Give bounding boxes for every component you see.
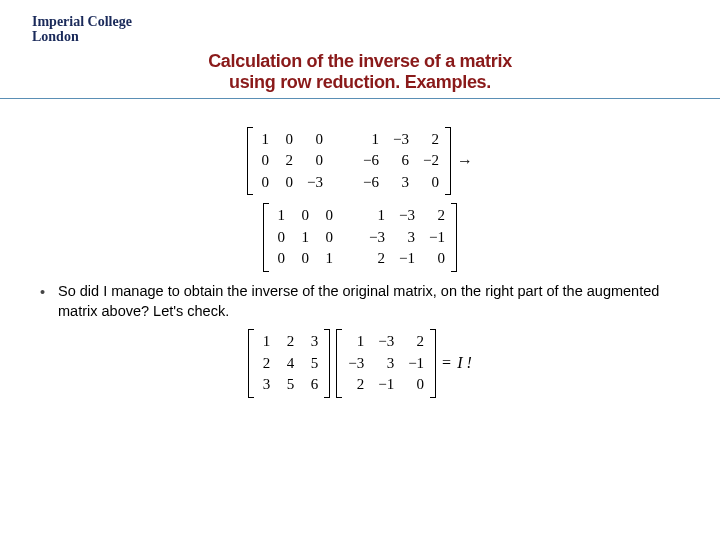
bullet-item: • So did I manage to obtain the inverse … (40, 282, 680, 321)
logo-line-1: Imperial College (32, 14, 720, 29)
matrix-left-block: 100 010 001 (269, 203, 339, 272)
page-title: Calculation of the inverse of a matrix u… (0, 51, 720, 94)
matrix-A: 123 245 356 (248, 329, 330, 398)
logo-line-2: London (32, 29, 720, 44)
bracket-right (445, 127, 451, 196)
equals-sign: = (442, 354, 451, 372)
matrix-A-cols: 123 245 356 (254, 329, 324, 398)
matrix-step-2: 100 010 001 1−32 −33−1 2−10 (40, 203, 680, 272)
identity-result: I ! (457, 354, 472, 372)
matrix-right-block: 1−6−6 −363 2−20 (357, 127, 445, 196)
augmented-matrix-1: 100 020 00−3 1−6−6 −363 2−20 (247, 127, 451, 196)
bracket-right (451, 203, 457, 272)
bullet-marker: • (40, 282, 58, 302)
matrix-left-block: 100 020 00−3 (253, 127, 329, 196)
title-line-2: using row reduction. Examples. (0, 72, 720, 94)
matrix-product-check: 123 245 356 1−32 −33−1 2−10 = I ! (40, 329, 680, 398)
matrix-gap (339, 203, 363, 272)
bracket-right (430, 329, 436, 398)
logo: Imperial College London (32, 14, 720, 45)
title-line-1: Calculation of the inverse of a matrix (0, 51, 720, 73)
matrix-gap (329, 127, 357, 196)
matrix-right-block: 1−32 −33−1 2−10 (363, 203, 451, 272)
matrix-step-1: 100 020 00−3 1−6−6 −363 2−20 → (40, 127, 680, 196)
matrix-B-cols: 1−32 −33−1 2−10 (342, 329, 430, 398)
matrix-B: 1−32 −33−1 2−10 (336, 329, 436, 398)
augmented-matrix-2: 100 010 001 1−32 −33−1 2−10 (263, 203, 457, 272)
content: 100 020 00−3 1−6−6 −363 2−20 → 100 010 0… (0, 99, 720, 398)
arrow-icon: → (457, 152, 473, 170)
bullet-text: So did I manage to obtain the inverse of… (58, 282, 680, 321)
header: Imperial College London Calculation of t… (0, 0, 720, 99)
